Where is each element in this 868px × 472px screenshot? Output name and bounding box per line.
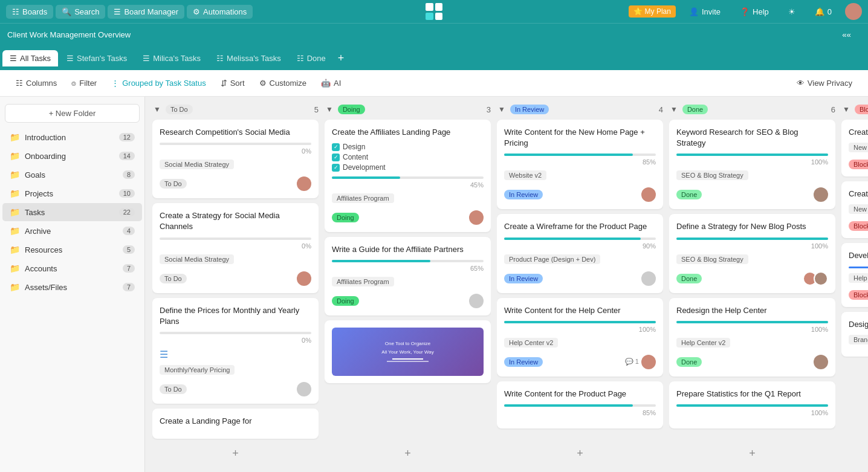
add-card-done[interactable]: + xyxy=(669,442,835,465)
card-footer: Blocked xyxy=(849,290,868,300)
multi-avatar xyxy=(803,271,828,286)
search-label: Search xyxy=(74,7,99,16)
card-title: Create a Landing Page for xyxy=(160,416,311,427)
card-inreview-1[interactable]: Write Content for the New Home Page + Pr… xyxy=(497,120,663,209)
card-done-1[interactable]: Keyword Research for SEO & Blog Strategy… xyxy=(669,120,835,209)
tab-stefan[interactable]: ☰ Stefan's Tasks xyxy=(59,50,134,66)
card-footer: Doing xyxy=(332,210,484,225)
progress-text: 85% xyxy=(504,409,656,416)
sidebar-label: Goals xyxy=(25,170,123,179)
card-tag: New Ads for Face… xyxy=(849,143,868,152)
col-header-doing: ▼ Doing 3 xyxy=(325,104,491,115)
automations-button[interactable]: ⚙ Automations xyxy=(187,5,253,19)
card-title: Create New Cop… xyxy=(849,189,868,199)
card-footer: Blocked xyxy=(849,221,868,231)
card-blocked-2[interactable]: Create New Cop… New Ads for Face… Blocke… xyxy=(841,181,868,238)
card-done-2[interactable]: Define a Strategy for New Blog Posts 100… xyxy=(669,214,835,293)
ai-button[interactable]: 🤖 AI xyxy=(315,76,347,91)
tab-milica[interactable]: ☰ Milica's Tasks xyxy=(135,50,208,66)
view-privacy-button[interactable]: 👁 View Privacy xyxy=(791,76,858,91)
folder-icon: 📁 xyxy=(10,245,20,254)
col-collapse-inreview[interactable]: ▼ xyxy=(497,104,507,115)
sidebar-item-goals[interactable]: 📁 Goals 8 xyxy=(2,166,142,184)
notifications-button[interactable]: 🔔 0 xyxy=(809,5,838,19)
card-todo-3[interactable]: Define the Prices for Monthly and Yearly… xyxy=(152,298,319,404)
card-doing-1[interactable]: Create the Affiliates Landing Page ✓Desi… xyxy=(325,120,491,232)
add-card-todo[interactable]: + xyxy=(152,442,319,465)
sidebar-item-resources[interactable]: 📁 Resources 5 xyxy=(2,241,142,259)
sidebar-count: 14 xyxy=(119,152,135,160)
collapse-sidebar-button[interactable]: «« xyxy=(837,28,856,42)
card-todo-4[interactable]: Create a Landing Page for xyxy=(152,409,319,439)
add-tab-button[interactable]: + xyxy=(334,52,348,65)
invite-button[interactable]: 👤 Invite xyxy=(683,5,727,19)
sidebar-item-introduction[interactable]: 📁 Introduction 12 xyxy=(2,128,142,146)
col-collapse-done[interactable]: ▼ xyxy=(669,104,679,115)
user-avatar[interactable] xyxy=(845,3,862,20)
card-doing-3[interactable]: One Tool to Organize All Your Work, Your… xyxy=(325,320,491,383)
cards-inreview: Write Content for the New Home Page + Pr… xyxy=(497,120,663,440)
checklist: ✓Design ✓Content ✓Development xyxy=(332,143,484,172)
columns-button[interactable]: ☷ Columns xyxy=(10,76,63,91)
board-manager-button[interactable]: ☰ Board Manager xyxy=(108,5,184,19)
check-label: Content xyxy=(343,153,368,161)
tab-all-tasks[interactable]: ☰ All Tasks xyxy=(2,50,58,66)
sidebar-label: Accounts xyxy=(25,264,123,273)
add-card-doing[interactable]: + xyxy=(325,442,491,465)
col-count-doing: 3 xyxy=(487,105,491,114)
checklist-item: ✓Development xyxy=(332,163,484,172)
sidebar: + New Folder 📁 Introduction 12 📁 Onboard… xyxy=(0,97,145,472)
col-collapse-todo[interactable]: ▼ xyxy=(152,104,162,115)
card-title: Research Competition's Social Media xyxy=(160,127,311,138)
filter-button[interactable]: ⌾ Filter xyxy=(65,76,103,91)
sidebar-label: Assets/Files xyxy=(25,283,123,292)
boards-button[interactable]: ☷ Boards xyxy=(6,5,53,19)
card-todo-2[interactable]: Create a Strategy for Social Media Chann… xyxy=(152,203,319,293)
sidebar-item-projects[interactable]: 📁 Projects 10 xyxy=(2,184,142,202)
sort-button[interactable]: ⇵ Sort xyxy=(215,76,251,91)
search-button[interactable]: 🔍 Search xyxy=(56,5,105,19)
card-tag: Monthly/Yearly Pricing xyxy=(160,365,235,375)
folder-icon: 📁 xyxy=(10,170,20,179)
tab-icon: ☷ xyxy=(216,54,224,63)
card-done-4[interactable]: Prepare Statistics for the Q1 Report 100… xyxy=(669,381,835,428)
card-doing-2[interactable]: Write a Guide for the Affiliate Partners… xyxy=(325,237,491,315)
my-plan-button[interactable]: ⭐ My Plan xyxy=(629,5,676,18)
help-button[interactable]: ❓ Help xyxy=(734,5,775,19)
card-footer: Blocked xyxy=(849,160,868,169)
card-inreview-4[interactable]: Write Content for the Product Page 85% xyxy=(497,381,663,428)
add-card-blocked[interactable]: + xyxy=(841,442,868,465)
card-done-3[interactable]: Redesign the Help Center 100% Help Cente… xyxy=(669,298,835,377)
sort-icon: ⇵ xyxy=(221,79,227,88)
sidebar-item-onboarding[interactable]: 📁 Onboarding 14 xyxy=(2,147,142,165)
tab-done[interactable]: ☷ Done xyxy=(290,50,333,66)
col-collapse-blocked[interactable]: ▼ xyxy=(841,104,851,115)
group-by-button[interactable]: ⋮ Grouped by Task Status xyxy=(105,76,212,91)
card-blocked-3[interactable]: Develop the New Platform Help Center v2 … xyxy=(841,243,868,306)
sidebar-item-tasks[interactable]: 📁 Tasks 22 xyxy=(2,203,142,221)
tab-melissa[interactable]: ☷ Melissa's Tasks xyxy=(209,50,288,66)
checkbox: ✓ xyxy=(332,164,340,172)
progress-bar xyxy=(504,154,656,156)
plan-icon: ⭐ xyxy=(633,7,643,16)
sidebar-count: 8 xyxy=(123,170,135,179)
card-title: Create New Imag… xyxy=(849,127,868,138)
theme-button[interactable]: ☀ xyxy=(782,5,802,19)
card-status: In Review xyxy=(504,274,543,283)
sidebar-item-archive[interactable]: 📁 Archive 4 xyxy=(2,222,142,240)
new-folder-button[interactable]: + New Folder xyxy=(5,104,140,123)
folder-icon: 📁 xyxy=(10,282,20,292)
card-blocked-4[interactable]: Design Suggesti… Logo Branding/Logo xyxy=(841,312,868,357)
sidebar-item-assets[interactable]: 📁 Assets/Files 7 xyxy=(2,278,142,296)
col-collapse-doing[interactable]: ▼ xyxy=(325,104,334,115)
card-inreview-3[interactable]: Write Content for the Help Center 100% H… xyxy=(497,298,663,377)
sidebar-item-accounts[interactable]: 📁 Accounts 7 xyxy=(2,259,142,277)
logo[interactable] xyxy=(426,3,442,20)
customize-button[interactable]: ⚙ Customize xyxy=(253,76,313,91)
add-card-inreview[interactable]: + xyxy=(497,442,663,465)
tab-label: Done xyxy=(307,54,326,63)
card-todo-1[interactable]: Research Competition's Social Media 0% S… xyxy=(152,120,319,198)
card-inreview-2[interactable]: Create a Wireframe for the Product Page … xyxy=(497,214,663,293)
card-blocked-1[interactable]: Create New Imag… New Ads for Face… Block… xyxy=(841,120,868,176)
card-title: Create a Strategy for Social Media Chann… xyxy=(160,210,311,232)
